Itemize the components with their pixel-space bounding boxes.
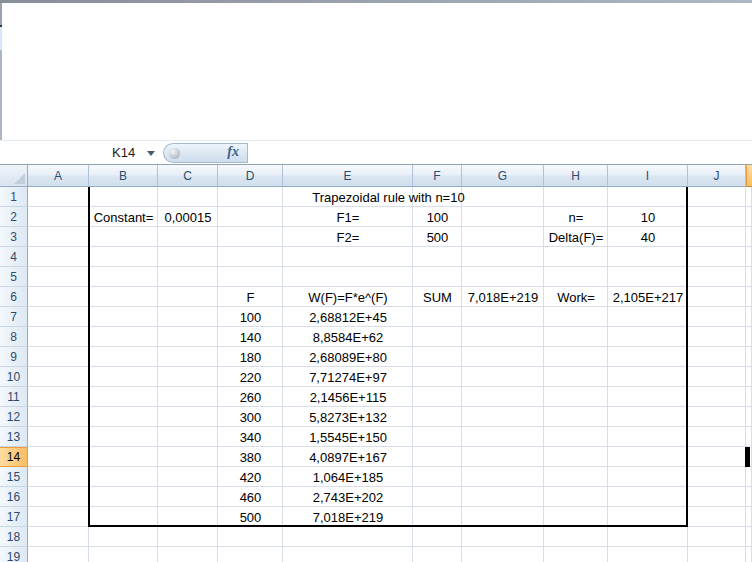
cell-H5[interactable] xyxy=(544,267,608,287)
row-header-6[interactable]: 6 xyxy=(0,287,28,307)
cell-J18[interactable] xyxy=(688,527,746,547)
column-header-B[interactable]: B xyxy=(89,165,158,187)
cell-B17[interactable] xyxy=(89,507,158,527)
cell-D17[interactable] xyxy=(218,507,283,527)
cell-G18[interactable] xyxy=(462,527,544,547)
cell-G17[interactable] xyxy=(462,507,544,527)
cell-B1[interactable] xyxy=(89,187,158,207)
cell-J1[interactable] xyxy=(688,187,746,207)
cell-J11[interactable] xyxy=(688,387,746,407)
cell-E14[interactable] xyxy=(283,447,413,467)
column-header-C[interactable]: C xyxy=(158,165,218,187)
cell-F17[interactable] xyxy=(413,507,462,527)
cell-D6[interactable] xyxy=(218,287,283,307)
cell-F18[interactable] xyxy=(413,527,462,547)
cell-E18[interactable] xyxy=(283,527,413,547)
name-box-dropdown-icon[interactable] xyxy=(147,151,155,156)
cell-A4[interactable] xyxy=(28,247,89,267)
cell-B4[interactable] xyxy=(89,247,158,267)
cell-H11[interactable] xyxy=(544,387,608,407)
cell-B6[interactable] xyxy=(89,287,158,307)
cell-E10[interactable] xyxy=(283,367,413,387)
cell-G14[interactable] xyxy=(462,447,544,467)
cell-D9[interactable] xyxy=(218,347,283,367)
cell-D7[interactable] xyxy=(218,307,283,327)
row-header-4[interactable]: 4 xyxy=(0,247,28,267)
cell-I6[interactable] xyxy=(608,287,688,307)
cell-B9[interactable] xyxy=(89,347,158,367)
cell-J7[interactable] xyxy=(688,307,746,327)
cell-E13[interactable] xyxy=(283,427,413,447)
name-box[interactable]: K14 xyxy=(0,141,160,164)
cell-C19[interactable] xyxy=(158,547,218,562)
cell-F6[interactable] xyxy=(413,287,462,307)
cell-C14[interactable] xyxy=(158,447,218,467)
cell-B16[interactable] xyxy=(89,487,158,507)
cell-A10[interactable] xyxy=(28,367,89,387)
cell-I14[interactable] xyxy=(608,447,688,467)
cell-A2[interactable] xyxy=(28,207,89,227)
cell-G15[interactable] xyxy=(462,467,544,487)
row-header-14[interactable]: 14 xyxy=(0,447,28,467)
cell-C15[interactable] xyxy=(158,467,218,487)
cell-I4[interactable] xyxy=(608,247,688,267)
row-header-15[interactable]: 15 xyxy=(0,467,28,487)
cell-D11[interactable] xyxy=(218,387,283,407)
cell-I7[interactable] xyxy=(608,307,688,327)
cell-D10[interactable] xyxy=(218,367,283,387)
cell-B18[interactable] xyxy=(89,527,158,547)
cell-E2[interactable] xyxy=(283,207,413,227)
cell-E11[interactable] xyxy=(283,387,413,407)
cell-G2[interactable] xyxy=(462,207,544,227)
row-header-3[interactable]: 3 xyxy=(0,227,28,247)
column-header-D[interactable]: D xyxy=(218,165,283,187)
cell-A8[interactable] xyxy=(28,327,89,347)
row-header-16[interactable]: 16 xyxy=(0,487,28,507)
cell-C6[interactable] xyxy=(158,287,218,307)
cell-D18[interactable] xyxy=(218,527,283,547)
cell-E16[interactable] xyxy=(283,487,413,507)
cell-K7-sliver[interactable] xyxy=(746,307,752,327)
cell-C2[interactable] xyxy=(158,207,218,227)
row-header-10[interactable]: 10 xyxy=(0,367,28,387)
cell-F8[interactable] xyxy=(413,327,462,347)
cell-C1[interactable] xyxy=(158,187,218,207)
cell-D4[interactable] xyxy=(218,247,283,267)
cell-G5[interactable] xyxy=(462,267,544,287)
cell-E1[interactable] xyxy=(283,187,413,207)
row-header-2[interactable]: 2 xyxy=(0,207,28,227)
cell-D1[interactable] xyxy=(218,187,283,207)
cell-G16[interactable] xyxy=(462,487,544,507)
cell-A11[interactable] xyxy=(28,387,89,407)
row-header-9[interactable]: 9 xyxy=(0,347,28,367)
cell-A17[interactable] xyxy=(28,507,89,527)
cell-J14[interactable] xyxy=(688,447,746,467)
row-header-1[interactable]: 1 xyxy=(0,187,28,207)
cell-K4-sliver[interactable] xyxy=(746,247,752,267)
cell-B13[interactable] xyxy=(89,427,158,447)
cell-H13[interactable] xyxy=(544,427,608,447)
cell-C17[interactable] xyxy=(158,507,218,527)
cell-C18[interactable] xyxy=(158,527,218,547)
cell-H19[interactable] xyxy=(544,547,608,562)
cell-D13[interactable] xyxy=(218,427,283,447)
cell-J13[interactable] xyxy=(688,427,746,447)
formula-input[interactable] xyxy=(249,143,749,162)
cell-J16[interactable] xyxy=(688,487,746,507)
cell-J19[interactable] xyxy=(688,547,746,562)
cell-G4[interactable] xyxy=(462,247,544,267)
cell-E17[interactable] xyxy=(283,507,413,527)
cell-I18[interactable] xyxy=(608,527,688,547)
cell-H14[interactable] xyxy=(544,447,608,467)
cell-C3[interactable] xyxy=(158,227,218,247)
column-header-I[interactable]: I xyxy=(608,165,688,187)
cell-E4[interactable] xyxy=(283,247,413,267)
cell-I1[interactable] xyxy=(608,187,688,207)
cell-B15[interactable] xyxy=(89,467,158,487)
cell-G11[interactable] xyxy=(462,387,544,407)
cell-I2[interactable] xyxy=(608,207,688,227)
cell-G7[interactable] xyxy=(462,307,544,327)
cell-E15[interactable] xyxy=(283,467,413,487)
cell-G19[interactable] xyxy=(462,547,544,562)
cell-B5[interactable] xyxy=(89,267,158,287)
